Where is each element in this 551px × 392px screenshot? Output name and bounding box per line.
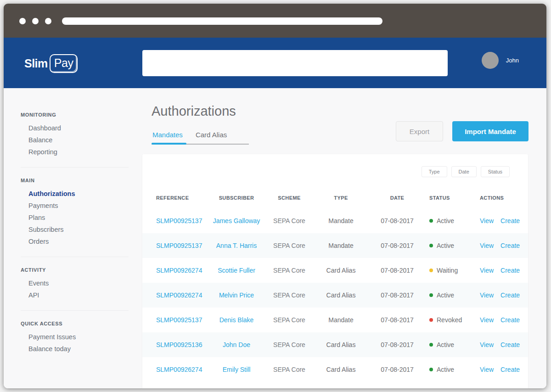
cell-reference-link[interactable]: SLMP00925136 [156, 341, 211, 348]
create-link[interactable]: Create [500, 217, 520, 224]
view-link[interactable]: View [480, 267, 494, 274]
filter-chip-date[interactable]: Date [451, 166, 477, 177]
cell-reference-link[interactable]: SLMP00925137 [156, 316, 211, 324]
table-row[interactable]: SLMP00926274 Melvin Price SEPA Core Card… [142, 283, 528, 308]
cell-actions: View Create [480, 366, 520, 373]
cell-subscriber-link[interactable]: Emily Still [211, 366, 262, 373]
column-header-subscriber: Subscriber [211, 195, 262, 201]
table-row[interactable]: SLMP00925137 Denis Blake SEPA Core Manda… [142, 308, 528, 332]
cell-subscriber-link[interactable]: Anna T. Harris [211, 242, 262, 249]
create-link[interactable]: Create [500, 366, 520, 373]
browser-chrome-bar [4, 4, 546, 38]
sidebar-list: Payment Issues Balance today [21, 331, 129, 355]
sidebar-item-reporting[interactable]: Reporting [21, 146, 129, 158]
avatar[interactable] [482, 52, 499, 69]
view-link[interactable]: View [480, 217, 494, 224]
create-link[interactable]: Create [500, 242, 520, 249]
view-link[interactable]: View [480, 341, 494, 348]
column-header-type: Type [317, 195, 365, 201]
cell-reference-link[interactable]: SLMP00925137 [156, 242, 211, 249]
sidebar-item-balance[interactable]: Balance [21, 134, 129, 146]
cell-actions: View Create [480, 341, 520, 348]
cell-reference-link[interactable]: SLMP00925137 [156, 217, 211, 224]
view-link[interactable]: View [480, 366, 494, 373]
sidebar-item-payment-issues[interactable]: Payment Issues [21, 331, 129, 343]
sidebar-item-events[interactable]: Events [21, 277, 129, 289]
window-dot-1[interactable] [19, 18, 26, 24]
sidebar-item-subscribers[interactable]: Subscribers [21, 224, 129, 235]
cell-date: 07-08-2017 [365, 267, 429, 274]
sidebar-item-dashboard[interactable]: Dashboard [21, 122, 129, 134]
status-label: Active [437, 291, 454, 299]
cell-type: Card Alias [317, 366, 365, 373]
view-link[interactable]: View [480, 242, 494, 249]
status-label: Revoked [437, 316, 462, 324]
filter-chip-status[interactable]: Status [481, 166, 510, 177]
window-dot-3[interactable] [45, 18, 51, 24]
cell-date: 07-08-2017 [365, 291, 429, 299]
cell-status: Active [429, 366, 480, 373]
sidebar-item-balance-today[interactable]: Balance today [21, 343, 129, 355]
cell-subscriber-link[interactable]: John Doe [211, 341, 262, 348]
cell-type: Mandate [317, 242, 365, 249]
filter-chip-type[interactable]: Type [422, 166, 447, 177]
table-row[interactable]: SLMP00925137 Anna T. Harris SEPA Core Ma… [142, 233, 528, 258]
sidebar-section: Activity Events API [21, 267, 129, 311]
cell-scheme: SEPA Core [262, 242, 317, 249]
mandates-table-card: Type Date Status ReferenceSubscriberSche… [142, 154, 528, 388]
cell-subscriber-link[interactable]: Scottie Fuller [211, 267, 262, 274]
create-link[interactable]: Create [500, 291, 520, 299]
cell-date: 07-08-2017 [365, 316, 429, 324]
sidebar-item-authorizations[interactable]: Authorizations [21, 188, 129, 200]
cell-scheme: SEPA Core [262, 341, 317, 348]
url-bar[interactable] [62, 17, 382, 25]
tab-mandates[interactable]: Mandates [152, 131, 183, 144]
window-dot-2[interactable] [32, 18, 39, 24]
status-label: Waiting [437, 267, 458, 274]
create-link[interactable]: Create [500, 267, 520, 274]
table-row[interactable]: SLMP00925137 James Galloway SEPA Core Ma… [142, 208, 528, 233]
cell-subscriber-link[interactable]: James Galloway [211, 217, 262, 224]
status-label: Active [437, 366, 454, 373]
page-body: Monitoring Dashboard Balance Reporting M… [4, 88, 546, 388]
view-link[interactable]: View [480, 316, 494, 324]
column-header-status: Status [429, 195, 480, 201]
create-link[interactable]: Create [500, 316, 520, 324]
cell-status: Waiting [429, 267, 480, 274]
sidebar-item-plans[interactable]: Plans [21, 212, 129, 224]
view-link[interactable]: View [480, 291, 494, 299]
table-header-row: ReferenceSubscriberSchemeTypeDateStatusA… [142, 187, 528, 208]
cell-date: 07-08-2017 [365, 366, 429, 373]
cell-scheme: SEPA Core [262, 267, 317, 274]
cell-actions: View Create [480, 242, 520, 249]
sidebar-section-title: Activity [21, 267, 129, 273]
cell-date: 07-08-2017 [365, 341, 429, 348]
cell-reference-link[interactable]: SLMP00926274 [156, 267, 211, 274]
sidebar-item-orders[interactable]: Orders [21, 235, 129, 247]
sidebar-item-api[interactable]: API [21, 289, 129, 301]
cell-reference-link[interactable]: SLMP00926274 [156, 366, 211, 373]
table-row[interactable]: SLMP00925136 John Doe SEPA Core Card Ali… [142, 332, 528, 357]
cell-subscriber-link[interactable]: Melvin Price [211, 291, 262, 299]
global-search-input[interactable] [142, 50, 448, 76]
import-mandate-button[interactable]: Import Mandate [452, 121, 529, 141]
sidebar-list: Dashboard Balance Reporting [21, 122, 129, 158]
table-row[interactable]: SLMP00926274 Scottie Fuller SEPA Core Ca… [142, 258, 528, 283]
status-dot-icon [429, 368, 433, 371]
cell-date: 07-08-2017 [365, 242, 429, 249]
slimpay-logo[interactable]: Slim Pay [24, 54, 78, 73]
status-dot-icon [429, 293, 433, 297]
column-header-scheme: Scheme [262, 195, 317, 201]
table-row[interactable]: SLMP00926274 Emily Still SEPA Core Card … [142, 357, 528, 382]
table-body: SLMP00925137 James Galloway SEPA Core Ma… [142, 208, 528, 382]
cell-status: Active [429, 242, 480, 249]
tab-card-alias[interactable]: Card Alias [196, 131, 227, 144]
export-button[interactable]: Export [396, 121, 443, 141]
browser-mockup-frame: Slim Pay John Monitoring Dashboard Balan… [4, 4, 546, 388]
cell-reference-link[interactable]: SLMP00926274 [156, 291, 211, 299]
cell-subscriber-link[interactable]: Denis Blake [211, 316, 262, 324]
user-menu[interactable]: John [482, 52, 519, 69]
cell-actions: View Create [480, 291, 520, 299]
sidebar-item-payments[interactable]: Payments [21, 200, 129, 212]
create-link[interactable]: Create [500, 341, 520, 348]
